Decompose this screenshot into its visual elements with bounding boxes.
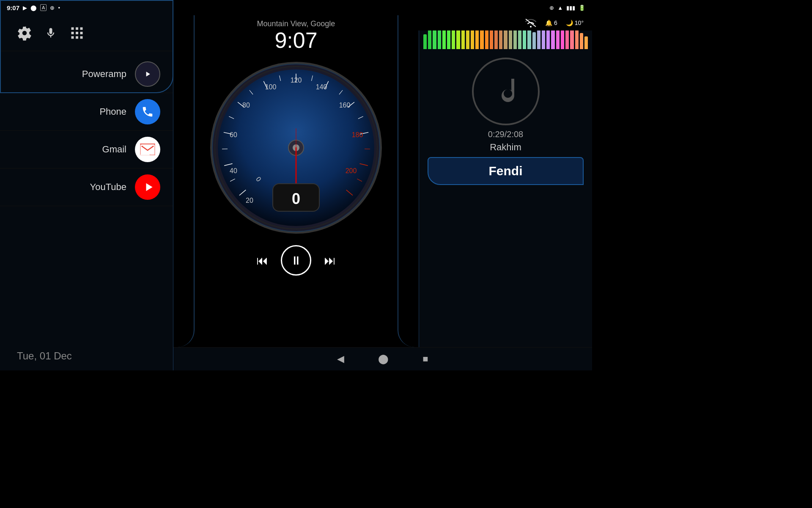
location-text: Mountain View, Google [257, 19, 335, 28]
svg-text:200: 200 [346, 167, 357, 174]
eq-bar [433, 30, 436, 49]
settings-icon[interactable] [17, 25, 32, 42]
phone-icon[interactable] [135, 99, 160, 124]
eq-bar [532, 32, 536, 49]
svg-text:160: 160 [339, 102, 351, 109]
wifi-status [525, 18, 537, 28]
apps-grid-icon[interactable] [69, 25, 85, 42]
app-list: Poweramp Phone Gmail [0, 51, 173, 342]
music-note-icon [472, 58, 540, 125]
status-time: 9:07 [7, 4, 19, 11]
song-title-banner: Fendi [428, 157, 583, 185]
eq-bar [575, 29, 579, 49]
music-controls: ⏮ ⏸ ⏭ [256, 245, 336, 276]
date-display: Tue, 01 Dec [0, 342, 173, 370]
right-panel: 🔔 6 🌙 10° 0:29/2:08 Rakhim Fendi [419, 15, 592, 347]
gmail-app-item[interactable]: Gmail [0, 131, 173, 168]
svg-text:180: 180 [352, 131, 363, 138]
speedometer-svg: 0 20 40 60 80 100 120 140 160 180 200 0 [207, 59, 385, 237]
next-button[interactable]: ⏭ [324, 254, 336, 268]
svg-text:0: 0 [292, 190, 300, 207]
status-left: 9:07 ▶ ⬤ A ⊕ • [7, 4, 60, 11]
date-text: Tue, 01 Dec [17, 350, 72, 362]
prev-button[interactable]: ⏮ [256, 254, 268, 268]
microphone-icon[interactable] [45, 25, 57, 42]
top-right-status-bar: 🔔 6 🌙 10° [419, 15, 592, 30]
poweramp-app-item[interactable]: Poweramp [0, 55, 173, 93]
nav-bar: ◀ ⬤ ■ [173, 347, 592, 370]
battery-status-icon: 🔋 [579, 5, 585, 11]
svg-text:100: 100 [265, 83, 277, 91]
svg-text:140: 140 [316, 83, 327, 91]
svg-marker-2 [146, 183, 153, 191]
phone-app-item[interactable]: Phone [0, 93, 173, 131]
youtube-app-item[interactable]: YouTube [0, 168, 173, 206]
left-panel: Poweramp Phone Gmail [0, 0, 173, 370]
temperature: 10° [575, 19, 584, 26]
clock-display: 9:07 [257, 28, 335, 52]
youtube-label: YouTube [90, 182, 126, 193]
android-status-icon: ⊕ [50, 5, 55, 11]
eq-bar [561, 30, 564, 49]
track-artist: Rakhim [490, 142, 521, 153]
location-status-icon: ⊕ [549, 5, 554, 11]
weather-display: 🌙 10° [566, 19, 584, 26]
dot-status-icon: • [58, 5, 60, 11]
svg-text:80: 80 [242, 102, 250, 109]
gmail-icon[interactable] [135, 137, 160, 162]
gmail-label: Gmail [102, 144, 126, 155]
home-button[interactable]: ⬤ [378, 353, 389, 364]
svg-text:120: 120 [291, 77, 302, 84]
phone-label: Phone [99, 106, 126, 117]
svg-text:20: 20 [246, 197, 253, 204]
location-header: Mountain View, Google 9:07 [257, 15, 335, 55]
play-status-icon: ▶ [23, 5, 27, 11]
song-title: Fendi [489, 164, 523, 178]
signal-status-icon: ▮▮▮ [566, 5, 575, 11]
track-time: 0:29/2:08 [488, 130, 523, 139]
wifi-status-icon: ▲ [557, 5, 563, 11]
eq-bar [527, 28, 531, 49]
stop-status-icon: ⬤ [30, 5, 37, 11]
eq-bar [580, 33, 583, 49]
speedometer: 0 20 40 60 80 100 120 140 160 180 200 0 [207, 59, 385, 237]
svg-text:60: 60 [230, 131, 237, 138]
youtube-icon[interactable] [135, 174, 160, 200]
autodesk-status-icon: A [40, 4, 47, 11]
signal-number: 6 [554, 19, 557, 26]
eq-bar [584, 36, 588, 49]
back-button[interactable]: ◀ [337, 353, 344, 364]
poweramp-label: Poweramp [82, 69, 126, 80]
status-bar: 9:07 ▶ ⬤ A ⊕ • ⊕ ▲ ▮▮▮ 🔋 [0, 0, 592, 15]
recents-button[interactable]: ■ [422, 353, 428, 364]
poweramp-icon[interactable] [135, 61, 160, 87]
center-panel: Mountain View, Google 9:07 [173, 15, 419, 370]
eq-bar [423, 34, 427, 49]
play-pause-button[interactable]: ⏸ [281, 245, 311, 276]
status-right: ⊕ ▲ ▮▮▮ 🔋 [549, 5, 585, 11]
volume-icon: 🔔 6 [545, 19, 557, 26]
svg-text:40: 40 [230, 167, 237, 174]
